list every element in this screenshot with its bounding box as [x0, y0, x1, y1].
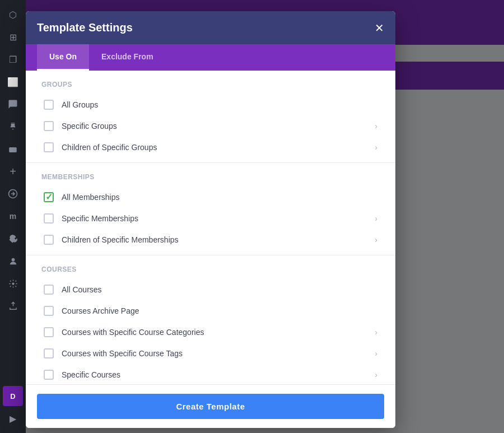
children-groups-item[interactable]: Children of Specific Groups ›: [39, 137, 382, 158]
all-courses-checkbox[interactable]: [44, 285, 54, 295]
specific-memberships-item[interactable]: Specific Memberships ›: [39, 208, 382, 229]
groups-label: Groups: [39, 81, 382, 89]
children-memberships-checkbox[interactable]: [44, 235, 54, 245]
svg-point-2: [13, 149, 15, 151]
sidebar-icon-add[interactable]: +: [3, 161, 23, 181]
courses-archive-checkbox[interactable]: [44, 306, 54, 316]
modal-header: Template Settings ✕: [26, 11, 395, 44]
specific-groups-item[interactable]: Specific Groups ›: [39, 115, 382, 137]
courses-tags-label: Courses with Specific Course Tags: [62, 349, 375, 358]
template-settings-modal: Template Settings ✕ Use On Exclude From …: [26, 11, 395, 428]
specific-groups-chevron: ›: [375, 122, 377, 131]
svg-point-1: [11, 149, 12, 151]
courses-categories-label: Courses with Specific Course Categories: [62, 328, 375, 337]
courses-archive-item[interactable]: Courses Archive Page: [39, 300, 382, 322]
svg-point-5: [12, 282, 14, 285]
specific-memberships-chevron: ›: [375, 214, 377, 223]
all-groups-label: All Groups: [62, 100, 377, 109]
sidebar: ⬡ ⊞ ❐ ⬜ + m D ▶: [0, 0, 26, 433]
tab-bar: Use On Exclude From: [26, 44, 395, 71]
specific-courses-checkbox[interactable]: [44, 370, 54, 380]
specific-courses-chevron: ›: [375, 370, 377, 379]
courses-categories-checkbox[interactable]: [44, 327, 54, 337]
specific-courses-item[interactable]: Specific Courses ›: [39, 364, 382, 384]
modal-footer: Create Template: [26, 384, 395, 428]
courses-categories-chevron: ›: [375, 328, 377, 337]
sidebar-icon-ab[interactable]: [3, 184, 23, 204]
specific-groups-label: Specific Groups: [62, 122, 375, 131]
svg-rect-0: [9, 147, 17, 152]
children-memberships-item[interactable]: Children of Specific Memberships ›: [39, 229, 382, 250]
children-groups-chevron: ›: [375, 143, 377, 152]
all-memberships-item[interactable]: ✓ All Memberships: [39, 187, 382, 208]
courses-categories-item[interactable]: Courses with Specific Course Categories …: [39, 322, 382, 343]
sidebar-icon-robot[interactable]: [3, 139, 23, 159]
all-courses-item[interactable]: All Courses: [39, 279, 382, 300]
sidebar-icon-layers[interactable]: ⊞: [3, 27, 23, 47]
courses-tags-checkbox[interactable]: [44, 348, 54, 358]
all-groups-checkbox[interactable]: [44, 100, 54, 110]
sidebar-icon-settings[interactable]: [3, 273, 23, 294]
sidebar-icon-comment[interactable]: [3, 94, 23, 114]
all-courses-label: All Courses: [62, 285, 377, 294]
svg-point-4: [11, 258, 15, 261]
children-groups-label: Children of Specific Groups: [62, 143, 375, 152]
groups-section: Groups All Groups Specific Groups › Chil…: [26, 71, 395, 162]
sidebar-icon-pin[interactable]: [3, 117, 23, 137]
children-groups-checkbox[interactable]: [44, 142, 54, 152]
sidebar-icon-tool[interactable]: [3, 229, 23, 249]
modal-body: Groups All Groups Specific Groups › Chil…: [26, 71, 395, 384]
modal-title: Template Settings: [37, 21, 133, 34]
courses-section: Courses All Courses Courses Archive Page…: [26, 255, 395, 384]
sidebar-icon-clone[interactable]: ❐: [3, 49, 23, 69]
all-memberships-checkmark: ✓: [45, 193, 53, 202]
create-template-button[interactable]: Create Template: [37, 394, 384, 419]
sidebar-divi-logo[interactable]: D: [3, 386, 23, 406]
sidebar-icon-logo[interactable]: ⬡: [3, 4, 23, 25]
children-memberships-label: Children of Specific Memberships: [62, 235, 375, 244]
memberships-label: Memberships: [39, 173, 382, 181]
sidebar-play-icon[interactable]: ▶: [3, 408, 23, 429]
sidebar-icon-pages[interactable]: ⬜: [3, 72, 23, 92]
all-memberships-checkbox[interactable]: ✓: [44, 192, 54, 202]
tab-use-on[interactable]: Use On: [37, 44, 89, 71]
sidebar-icon-person[interactable]: [3, 251, 23, 271]
courses-tags-item[interactable]: Courses with Specific Course Tags ›: [39, 343, 382, 364]
courses-label: Courses: [39, 266, 382, 273]
children-memberships-chevron: ›: [375, 235, 377, 244]
tab-exclude-from[interactable]: Exclude From: [89, 44, 166, 71]
sidebar-icon-export[interactable]: [3, 296, 23, 316]
all-groups-item[interactable]: All Groups: [39, 94, 382, 115]
specific-groups-checkbox[interactable]: [44, 121, 54, 131]
specific-memberships-label: Specific Memberships: [62, 214, 375, 223]
specific-memberships-checkbox[interactable]: [44, 213, 54, 224]
modal-close-button[interactable]: ✕: [375, 22, 384, 34]
specific-courses-label: Specific Courses: [62, 370, 375, 379]
courses-archive-label: Courses Archive Page: [62, 306, 377, 315]
sidebar-icon-m[interactable]: m: [3, 206, 23, 226]
all-memberships-label: All Memberships: [62, 193, 377, 202]
memberships-section: Memberships ✓ All Memberships Specific M…: [26, 162, 395, 255]
courses-tags-chevron: ›: [375, 349, 377, 358]
